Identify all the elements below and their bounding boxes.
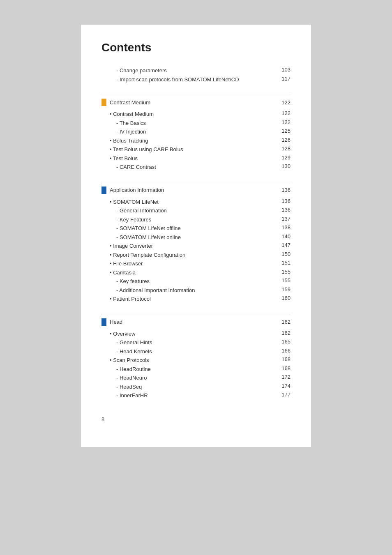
entry-text: General Hints [101,339,274,347]
list-item: IV Injection125 [101,128,291,136]
list-item: Head Kernels166 [101,348,291,356]
list-item: Key Features137 [101,216,291,224]
entry-text: Head Kernels [101,348,274,356]
list-item: SOMATOM LifeNet offline138 [101,224,291,233]
toc-section: Application Information136SOMATOM LifeNe… [101,183,291,303]
list-item: SOMATOM LifeNet online140 [101,233,291,242]
entry-page-number: 159 [274,286,291,292]
section-title: Contrast Medium [110,99,274,106]
entry-page-number: 140 [274,233,291,240]
list-item: Image Converter147 [101,242,291,250]
entry-text: Key Features [101,216,274,224]
entry-page-number: 126 [274,137,291,143]
entry-page-number: 130 [274,163,291,169]
section-page-number: 136 [274,187,291,193]
list-item: HeadSeq174 [101,383,291,391]
list-item: Camtasia155 [101,269,291,277]
entry-page-number: 147 [274,242,291,248]
entry-page-number: 128 [274,145,291,152]
entry-text: Additional Important Information [101,286,274,295]
entry-page-number: 150 [274,251,291,257]
entry-text: SOMATOM LifeNet [101,198,274,206]
list-item: General Hints165 [101,339,291,347]
list-item: The Basics122 [101,119,291,127]
entry-text: HeadNeuro [101,374,274,382]
entry-page-number: 155 [274,269,291,275]
entry-text: InnerEarHR [101,391,274,400]
entry-text: HeadRoutine [101,365,274,373]
list-item: General Information136 [101,207,291,215]
entry-page-number: 138 [274,224,291,230]
list-item: Test Bolus129 [101,154,291,163]
list-item: Import scan protocols from SOMATOM LifeN… [101,76,291,84]
entry-page-number: 122 [274,119,291,125]
entry-page-number: 162 [274,330,291,336]
page-number-label: 8 [101,416,104,422]
entry-text: The Basics [101,119,274,127]
page-footer: 8 [101,416,291,422]
list-item: Overview162 [101,330,291,338]
list-item: File Browser151 [101,260,291,268]
entry-page-number: 129 [274,154,291,161]
entry-text: SOMATOM LifeNet offline [101,224,274,233]
entry-text: Image Converter [101,242,274,250]
section-header: Head162 [101,315,291,327]
page-number: 117 [274,76,291,82]
entry-text: Change parameters [101,67,274,75]
entry-page-number: 165 [274,339,291,345]
section-color-bar [101,318,106,326]
entry-text: IV Injection [101,128,274,136]
section-header: Contrast Medium122 [101,95,291,108]
entry-page-number: 172 [274,374,291,380]
pre-section: Change parameters 103 Import scan protoc… [101,67,291,83]
entry-text: File Browser [101,260,274,268]
page-number: 103 [274,67,291,73]
entry-text: Test Bolus [101,154,274,163]
entry-page-number: 177 [274,391,291,398]
section-page-number: 122 [274,99,291,106]
entry-text: Report Template Configuration [101,251,274,259]
entry-page-number: 136 [274,198,291,204]
entry-page-number: 168 [274,356,291,362]
list-item: Key features155 [101,277,291,286]
list-item: Additional Important Information159 [101,286,291,295]
list-item: Bolus Tracking126 [101,137,291,145]
entry-page-number: 137 [274,216,291,222]
entry-page-number: 136 [274,207,291,213]
list-item: HeadRoutine168 [101,365,291,373]
list-item: Report Template Configuration150 [101,251,291,259]
entry-text: Camtasia [101,269,274,277]
section-title: Head [110,319,274,325]
page: Contents Change parameters 103 Import sc… [81,25,311,447]
entry-text: Import scan protocols from SOMATOM LifeN… [101,76,274,84]
entry-text: Test Bolus using CARE Bolus [101,145,274,154]
entry-page-number: 160 [274,295,291,301]
section-page-number: 162 [274,319,291,325]
section-color-bar [101,187,106,194]
entry-text: Bolus Tracking [101,137,274,145]
entry-page-number: 174 [274,383,291,389]
entry-text: HeadSeq [101,383,274,391]
entry-text: Patient Protocol [101,295,274,303]
entry-text: Scan Protocols [101,356,274,364]
list-item: InnerEarHR177 [101,391,291,400]
entry-text: General Information [101,207,274,215]
entry-page-number: 122 [274,110,291,116]
list-item: HeadNeuro172 [101,374,291,382]
entry-page-number: 125 [274,128,291,134]
entry-text: Overview [101,330,274,338]
toc-section: Head162Overview162General Hints165Head K… [101,315,291,400]
list-item: Test Bolus using CARE Bolus128 [101,145,291,154]
entry-text: SOMATOM LifeNet online [101,233,274,242]
list-item: Change parameters 103 [101,67,291,75]
entry-page-number: 168 [274,365,291,371]
section-header: Application Information136 [101,183,291,196]
section-title: Application Information [110,187,274,193]
list-item: Scan Protocols168 [101,356,291,364]
toc-section: Contrast Medium122Contrast Medium122The … [101,95,291,171]
list-item: Contrast Medium122 [101,110,291,118]
entry-page-number: 151 [274,260,291,266]
section-color-bar [101,99,106,106]
entry-page-number: 166 [274,348,291,354]
entry-text: CARE Contrast [101,163,274,171]
